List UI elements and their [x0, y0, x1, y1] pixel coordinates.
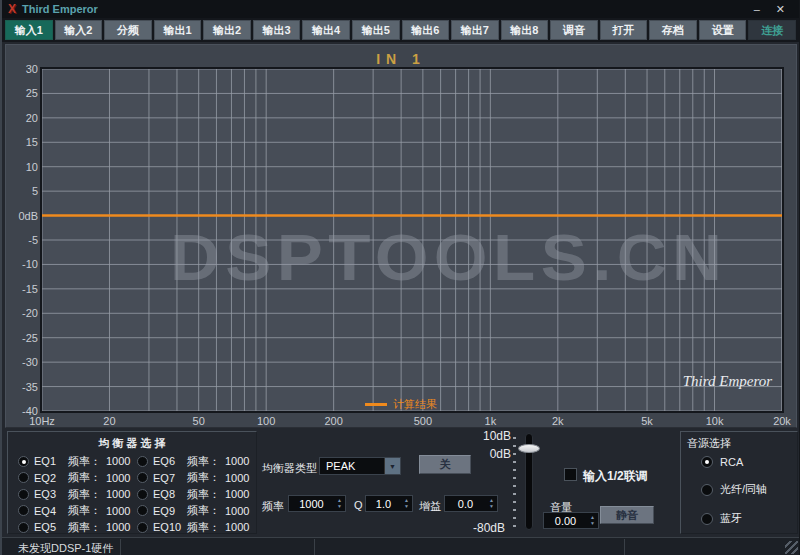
eq-name-label: EQ8	[153, 488, 187, 500]
source-panel-title: 音源选择	[687, 436, 731, 451]
tab-输出4[interactable]: 输出4	[302, 20, 350, 40]
slider-min-label: -80dB	[473, 521, 505, 535]
tab-输出8[interactable]: 输出8	[501, 20, 549, 40]
tab-输出1[interactable]: 输出1	[154, 20, 202, 40]
eq-selection-panel: 均 衡 器 选 择 EQ1频率：1000EQ2频率：1000EQ3频率：1000…	[7, 431, 257, 534]
eq-radio-EQ6[interactable]	[137, 456, 148, 467]
minimize-button[interactable]: –	[754, 3, 760, 15]
eq-row-EQ9: EQ9频率：1000	[137, 503, 250, 520]
source-panel: 音源选择 RCA光纤/同轴蓝牙	[680, 431, 798, 534]
status-divider	[314, 539, 315, 555]
y-tick-label: -25	[8, 332, 38, 344]
eq-name-label: EQ3	[34, 488, 68, 500]
eq-freq-label: 频率：	[187, 503, 225, 518]
gain-spinner[interactable]: 0.0 ▲▼	[444, 495, 498, 512]
source-radio-光纤/同轴[interactable]	[701, 484, 713, 496]
source-radio-RCA[interactable]	[701, 456, 713, 468]
y-tick-label: -5	[8, 234, 38, 246]
tab-连接[interactable]: 连接	[748, 20, 796, 40]
q-label: Q	[354, 499, 363, 511]
tab-输出7[interactable]: 输出7	[451, 20, 499, 40]
eq-freq-value: 1000	[225, 488, 249, 500]
brand-text: Third Emperor	[683, 373, 772, 390]
volume-slider-handle[interactable]	[518, 444, 540, 453]
y-tick-label: -20	[8, 307, 38, 319]
volume-spinner[interactable]: 0.00 ▲▼	[543, 512, 599, 529]
plot-grid-and-curve	[42, 69, 782, 411]
eq-freq-value: 1000	[106, 521, 130, 533]
eq-type-label: 均衡器类型	[262, 461, 317, 476]
tab-输入2[interactable]: 输入2	[55, 20, 103, 40]
status-divider	[624, 539, 625, 555]
link-1-2-checkbox[interactable]	[564, 468, 577, 481]
tab-分频[interactable]: 分频	[104, 20, 152, 40]
resize-grip[interactable]	[785, 541, 798, 554]
eq-freq-label: 频率：	[187, 520, 225, 535]
x-tick-label: 500	[406, 415, 440, 427]
eq-freq-label: 频率：	[68, 470, 106, 485]
eq-name-label: EQ1	[34, 455, 68, 467]
source-option-RCA: RCA	[701, 456, 767, 468]
eq-freq-value: 1000	[225, 521, 249, 533]
close-button[interactable]: ✕	[776, 3, 785, 15]
eq-freq-label: 频率：	[68, 520, 106, 535]
tab-输出6[interactable]: 输出6	[402, 20, 450, 40]
y-tick-label: 20	[8, 112, 38, 124]
spinner-arrows-icon[interactable]: ▲▼	[486, 498, 497, 509]
eq-radio-EQ4[interactable]	[18, 505, 29, 516]
spinner-arrows-icon[interactable]: ▲▼	[334, 498, 345, 509]
eq-radio-EQ1[interactable]	[18, 456, 29, 467]
x-tick-label: 5k	[630, 415, 664, 427]
q-spinner[interactable]: 1.0 ▲▼	[365, 495, 413, 512]
eq-radio-EQ8[interactable]	[137, 489, 148, 500]
frequency-plot[interactable]: DSPTOOLS.CN Third Emperor	[40, 67, 784, 413]
eq-type-dropdown[interactable]: PEAK ▼	[319, 457, 401, 475]
source-label: RCA	[720, 456, 743, 468]
eq-name-label: EQ4	[34, 505, 68, 517]
gain-label: 增益	[419, 499, 441, 514]
freq-value: 1000	[289, 498, 334, 510]
eq-grid: EQ1频率：1000EQ2频率：1000EQ3频率：1000EQ4频率：1000…	[18, 453, 250, 536]
eq-radio-EQ2[interactable]	[18, 472, 29, 483]
eq-radio-EQ3[interactable]	[18, 489, 29, 500]
tab-输出2[interactable]: 输出2	[203, 20, 251, 40]
tab-调音[interactable]: 调音	[550, 20, 598, 40]
source-label: 蓝牙	[720, 511, 742, 526]
tab-存档[interactable]: 存档	[649, 20, 697, 40]
eq-freq-value: 1000	[225, 472, 249, 484]
eq-radio-EQ10[interactable]	[137, 522, 148, 533]
tab-输出5[interactable]: 输出5	[352, 20, 400, 40]
eq-name-label: EQ2	[34, 472, 68, 484]
eq-radio-EQ9[interactable]	[137, 505, 148, 516]
tab-输出3[interactable]: 输出3	[253, 20, 301, 40]
spinner-arrows-icon[interactable]: ▲▼	[587, 515, 598, 526]
eq-row-EQ6: EQ6频率：1000	[137, 453, 250, 470]
eq-radio-EQ7[interactable]	[137, 472, 148, 483]
y-tick-label: -10	[8, 258, 38, 270]
eq-freq-value: 1000	[106, 505, 130, 517]
volume-value: 0.00	[544, 515, 587, 527]
eq-freq-value: 1000	[106, 472, 130, 484]
source-radio-蓝牙[interactable]	[701, 513, 713, 525]
tab-设置[interactable]: 设置	[699, 20, 747, 40]
q-value: 1.0	[366, 498, 401, 510]
eq-freq-label: 频率：	[68, 487, 106, 502]
link-1-2-label: 输入1/2联调	[583, 468, 648, 485]
gain-value: 0.0	[445, 498, 486, 510]
chevron-down-icon[interactable]: ▼	[384, 458, 400, 474]
x-tick-label: 200	[317, 415, 351, 427]
source-option-光纤/同轴: 光纤/同轴	[701, 482, 767, 497]
tab-打开[interactable]: 打开	[600, 20, 648, 40]
eq-row-EQ4: EQ4频率：1000	[18, 503, 131, 520]
x-tick-label: 2k	[541, 415, 575, 427]
spinner-arrows-icon[interactable]: ▲▼	[401, 498, 412, 509]
y-tick-label: -35	[8, 381, 38, 393]
y-tick-label: 30	[8, 63, 38, 75]
eq-type-value: PEAK	[320, 458, 384, 474]
tab-输入1[interactable]: 输入1	[5, 20, 53, 40]
source-label: 光纤/同轴	[720, 482, 767, 497]
eq-radio-EQ5[interactable]	[18, 522, 29, 533]
freq-spinner[interactable]: 1000 ▲▼	[288, 495, 346, 512]
mute-button[interactable]: 静音	[600, 506, 654, 524]
eq-off-button[interactable]: 关	[419, 455, 471, 474]
